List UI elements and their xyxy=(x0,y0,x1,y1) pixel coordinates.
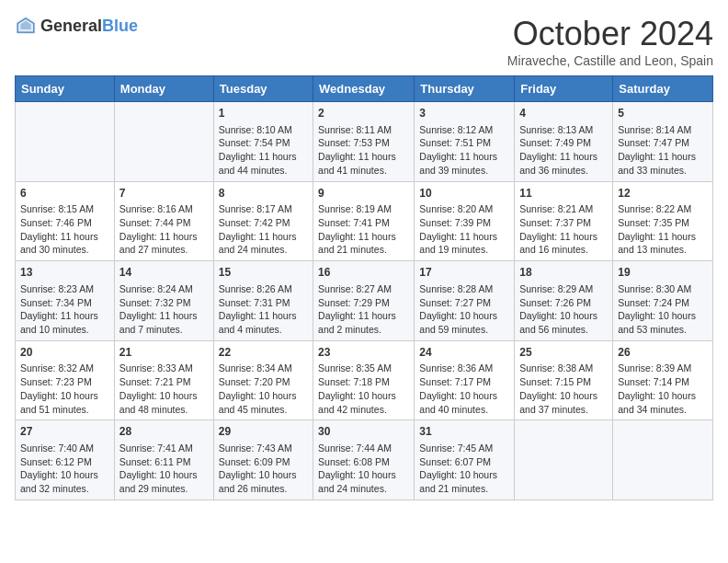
calendar-cell: 30Sunrise: 7:44 AMSunset: 6:08 PMDayligh… xyxy=(313,420,415,500)
sunset-text: Sunset: 7:27 PM xyxy=(419,297,491,308)
calendar-cell: 11Sunrise: 8:21 AMSunset: 7:37 PMDayligh… xyxy=(515,181,613,261)
sunrise-text: Sunrise: 8:23 AM xyxy=(20,283,94,294)
daylight-text: Daylight: 11 hours and 19 minutes. xyxy=(419,231,497,256)
sunset-text: Sunset: 7:53 PM xyxy=(318,137,390,148)
sunrise-text: Sunrise: 8:33 AM xyxy=(119,362,193,373)
sunrise-text: Sunrise: 8:38 AM xyxy=(519,362,593,373)
day-number: 1 xyxy=(219,106,308,121)
day-number: 9 xyxy=(318,186,409,201)
weekday-header-monday: Monday xyxy=(114,76,213,102)
sunset-text: Sunset: 7:35 PM xyxy=(618,217,689,228)
logo-text: GeneralBlue xyxy=(40,17,138,36)
sunrise-text: Sunrise: 8:24 AM xyxy=(119,283,193,294)
calendar-cell: 7Sunrise: 8:16 AMSunset: 7:44 PMDaylight… xyxy=(114,181,213,261)
sunrise-text: Sunrise: 7:45 AM xyxy=(419,442,493,454)
day-number: 25 xyxy=(519,345,608,361)
calendar-cell: 12Sunrise: 8:22 AMSunset: 7:35 PMDayligh… xyxy=(613,181,713,261)
day-number: 3 xyxy=(419,106,509,121)
sunset-text: Sunset: 7:31 PM xyxy=(219,297,290,308)
sunrise-text: Sunrise: 8:17 AM xyxy=(219,203,292,214)
day-number: 28 xyxy=(119,424,209,440)
sunrise-text: Sunrise: 8:21 AM xyxy=(519,203,593,214)
calendar-cell xyxy=(515,420,613,500)
day-number: 26 xyxy=(618,345,708,361)
sunrise-text: Sunrise: 8:19 AM xyxy=(318,203,392,214)
weekday-header-tuesday: Tuesday xyxy=(213,76,313,102)
calendar-cell: 24Sunrise: 8:36 AMSunset: 7:17 PMDayligh… xyxy=(415,340,515,420)
weekday-header-friday: Friday xyxy=(515,76,613,102)
sunset-text: Sunset: 7:44 PM xyxy=(119,217,191,228)
sunset-text: Sunset: 6:07 PM xyxy=(419,456,491,467)
calendar-cell: 17Sunrise: 8:28 AMSunset: 7:27 PMDayligh… xyxy=(415,261,515,341)
daylight-text: Daylight: 10 hours and 32 minutes. xyxy=(20,469,98,494)
sunset-text: Sunset: 7:54 PM xyxy=(219,137,290,148)
sunrise-text: Sunrise: 8:14 AM xyxy=(618,124,691,135)
calendar-cell: 26Sunrise: 8:39 AMSunset: 7:14 PMDayligh… xyxy=(613,340,713,420)
calendar-week-row: 20Sunrise: 8:32 AMSunset: 7:23 PMDayligh… xyxy=(16,340,713,420)
daylight-text: Daylight: 11 hours and 10 minutes. xyxy=(20,310,98,335)
calendar-week-row: 13Sunrise: 8:23 AMSunset: 7:34 PMDayligh… xyxy=(16,261,713,341)
daylight-text: Daylight: 11 hours and 30 minutes. xyxy=(20,231,98,256)
sunset-text: Sunset: 7:14 PM xyxy=(618,376,689,387)
calendar-cell xyxy=(613,420,713,500)
daylight-text: Daylight: 10 hours and 21 minutes. xyxy=(419,469,497,494)
month-title: October 2024 xyxy=(507,15,713,53)
daylight-text: Daylight: 11 hours and 21 minutes. xyxy=(318,231,396,256)
day-number: 8 xyxy=(219,186,308,201)
sunrise-text: Sunrise: 7:43 AM xyxy=(219,442,292,454)
calendar-cell: 23Sunrise: 8:35 AMSunset: 7:18 PMDayligh… xyxy=(313,340,415,420)
calendar-cell: 1Sunrise: 8:10 AMSunset: 7:54 PMDaylight… xyxy=(213,102,313,182)
calendar-cell: 19Sunrise: 8:30 AMSunset: 7:24 PMDayligh… xyxy=(613,261,713,341)
page-header: GeneralBlue October 2024 Miraveche, Cast… xyxy=(15,15,713,68)
sunrise-text: Sunrise: 8:27 AM xyxy=(318,283,392,294)
sunset-text: Sunset: 6:11 PM xyxy=(119,456,191,467)
day-number: 2 xyxy=(318,106,409,121)
title-block: October 2024 Miraveche, Castille and Leo… xyxy=(507,15,713,68)
weekday-header-row: SundayMondayTuesdayWednesdayThursdayFrid… xyxy=(16,76,713,102)
weekday-header-sunday: Sunday xyxy=(16,76,115,102)
logo-blue: Blue xyxy=(102,17,138,35)
weekday-header-saturday: Saturday xyxy=(613,76,713,102)
calendar-cell: 18Sunrise: 8:29 AMSunset: 7:26 PMDayligh… xyxy=(515,261,613,341)
daylight-text: Daylight: 10 hours and 29 minutes. xyxy=(119,469,198,494)
calendar-cell: 20Sunrise: 8:32 AMSunset: 7:23 PMDayligh… xyxy=(16,340,115,420)
calendar-cell: 29Sunrise: 7:43 AMSunset: 6:09 PMDayligh… xyxy=(213,420,313,500)
calendar-cell: 31Sunrise: 7:45 AMSunset: 6:07 PMDayligh… xyxy=(415,420,515,500)
sunset-text: Sunset: 6:09 PM xyxy=(219,456,290,467)
sunrise-text: Sunrise: 7:41 AM xyxy=(119,442,193,454)
day-number: 21 xyxy=(119,345,209,361)
sunset-text: Sunset: 7:21 PM xyxy=(119,376,191,387)
daylight-text: Daylight: 11 hours and 2 minutes. xyxy=(318,310,396,335)
daylight-text: Daylight: 11 hours and 4 minutes. xyxy=(219,310,297,335)
day-number: 18 xyxy=(519,265,608,281)
daylight-text: Daylight: 10 hours and 24 minutes. xyxy=(318,469,396,494)
daylight-text: Daylight: 11 hours and 13 minutes. xyxy=(618,231,696,256)
calendar-cell: 2Sunrise: 8:11 AMSunset: 7:53 PMDaylight… xyxy=(313,102,415,182)
sunset-text: Sunset: 7:17 PM xyxy=(419,376,491,387)
calendar-cell: 16Sunrise: 8:27 AMSunset: 7:29 PMDayligh… xyxy=(313,261,415,341)
sunrise-text: Sunrise: 7:40 AM xyxy=(20,442,94,454)
day-number: 16 xyxy=(318,265,409,281)
sunrise-text: Sunrise: 8:39 AM xyxy=(618,362,691,373)
weekday-header-thursday: Thursday xyxy=(415,76,515,102)
sunset-text: Sunset: 7:39 PM xyxy=(419,217,491,228)
sunrise-text: Sunrise: 8:12 AM xyxy=(419,124,493,135)
calendar-cell: 4Sunrise: 8:13 AMSunset: 7:49 PMDaylight… xyxy=(515,102,613,182)
daylight-text: Daylight: 11 hours and 27 minutes. xyxy=(119,231,198,256)
day-number: 4 xyxy=(519,106,608,121)
sunset-text: Sunset: 7:20 PM xyxy=(219,376,290,387)
sunrise-text: Sunrise: 8:28 AM xyxy=(419,283,493,294)
day-number: 6 xyxy=(20,186,109,201)
calendar-cell: 9Sunrise: 8:19 AMSunset: 7:41 PMDaylight… xyxy=(313,181,415,261)
sunset-text: Sunset: 7:32 PM xyxy=(119,297,191,308)
calendar-cell: 25Sunrise: 8:38 AMSunset: 7:15 PMDayligh… xyxy=(515,340,613,420)
sunrise-text: Sunrise: 8:10 AM xyxy=(219,124,292,135)
day-number: 20 xyxy=(20,345,109,361)
daylight-text: Daylight: 11 hours and 33 minutes. xyxy=(618,151,696,176)
calendar-cell: 5Sunrise: 8:14 AMSunset: 7:47 PMDaylight… xyxy=(613,102,713,182)
day-number: 13 xyxy=(20,265,109,281)
sunrise-text: Sunrise: 8:20 AM xyxy=(419,203,493,214)
location: Miraveche, Castille and Leon, Spain xyxy=(507,53,713,68)
sunrise-text: Sunrise: 8:26 AM xyxy=(219,283,292,294)
daylight-text: Daylight: 10 hours and 59 minutes. xyxy=(419,310,497,335)
